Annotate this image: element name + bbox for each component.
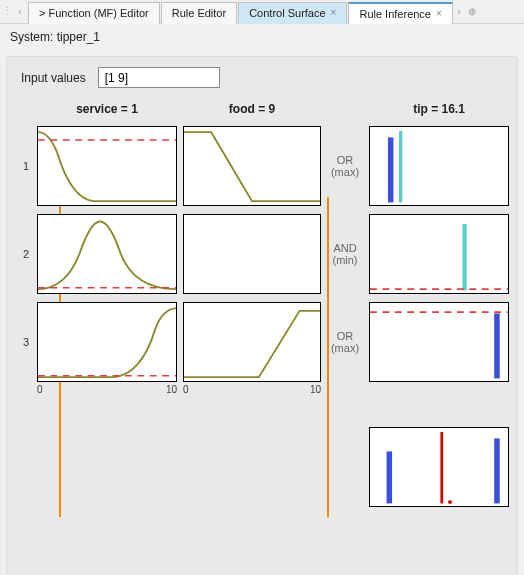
svg-point-12 (448, 500, 452, 504)
plot-food-2 (183, 214, 321, 294)
svg-rect-7 (494, 313, 500, 378)
rule-op-1: OR (max) (327, 154, 363, 178)
plot-service-3 (37, 302, 177, 382)
plot-grid: service = 1 food = 9 tip = 16.1 1 OR (ma… (15, 102, 511, 507)
tab-strip: ⋮ ‹ > Function (MF) Editor Rule Editor C… (0, 0, 524, 24)
op-method: (max) (327, 166, 363, 178)
tab-mf-editor[interactable]: > Function (MF) Editor (28, 2, 160, 24)
op-name: OR (327, 154, 363, 166)
tab-label: Rule Inference (359, 3, 431, 25)
row-num: 3 (15, 336, 31, 348)
rule-op-3: OR (max) (327, 330, 363, 354)
row-num: 2 (15, 248, 31, 260)
input-values-label: Input values (21, 71, 86, 85)
close-icon[interactable]: × (436, 3, 442, 25)
plot-tip-2 (369, 214, 509, 294)
col-header-service: service = 1 (37, 102, 177, 118)
op-name: AND (327, 242, 363, 254)
op-name: OR (327, 330, 363, 342)
col-header-food: food = 9 (183, 102, 321, 118)
plot-tip-1 (369, 126, 509, 206)
plot-service-2 (37, 214, 177, 294)
tab-control-surface[interactable]: Control Surface × (238, 2, 347, 24)
axis-tick: 0 (183, 384, 189, 395)
food-slider-line[interactable] (327, 197, 329, 517)
axis-tick: 10 (310, 384, 321, 395)
svg-rect-2 (399, 131, 402, 203)
system-label: System: tipper_1 (0, 24, 524, 48)
tab-label: Control Surface (249, 2, 325, 24)
col-header-tip: tip = 16.1 (369, 102, 509, 118)
inference-panel: Input values service = 1 food = 9 tip = … (6, 56, 518, 575)
rule-op-2: AND (min) (327, 242, 363, 266)
op-method: (min) (327, 254, 363, 266)
svg-rect-10 (494, 438, 500, 503)
grip-icon: ⋮ (2, 1, 12, 23)
tabs-prev-button[interactable]: ‹ (12, 1, 28, 23)
op-method: (max) (327, 342, 363, 354)
tab-label: Rule Editor (172, 2, 226, 24)
close-icon[interactable]: × (331, 2, 337, 24)
plot-tip-3 (369, 302, 509, 382)
axis-tick: 10 (166, 384, 177, 395)
svg-rect-1 (388, 137, 394, 202)
input-values-field[interactable] (98, 67, 220, 88)
plot-service-1 (37, 126, 177, 206)
tab-label: > Function (MF) Editor (39, 2, 149, 24)
plot-food-3 (183, 302, 321, 382)
svg-rect-9 (387, 451, 393, 503)
input-values-row: Input values (21, 67, 511, 88)
tabs-add-button[interactable]: ⊕ (464, 1, 480, 23)
tab-rule-inference[interactable]: Rule Inference × (348, 2, 452, 24)
svg-rect-4 (462, 224, 466, 290)
row-num: 1 (15, 160, 31, 172)
tab-rule-editor[interactable]: Rule Editor (161, 2, 237, 24)
axis-tick: 0 (37, 384, 43, 395)
plot-food-1 (183, 126, 321, 206)
plot-tip-aggregate (369, 427, 509, 507)
